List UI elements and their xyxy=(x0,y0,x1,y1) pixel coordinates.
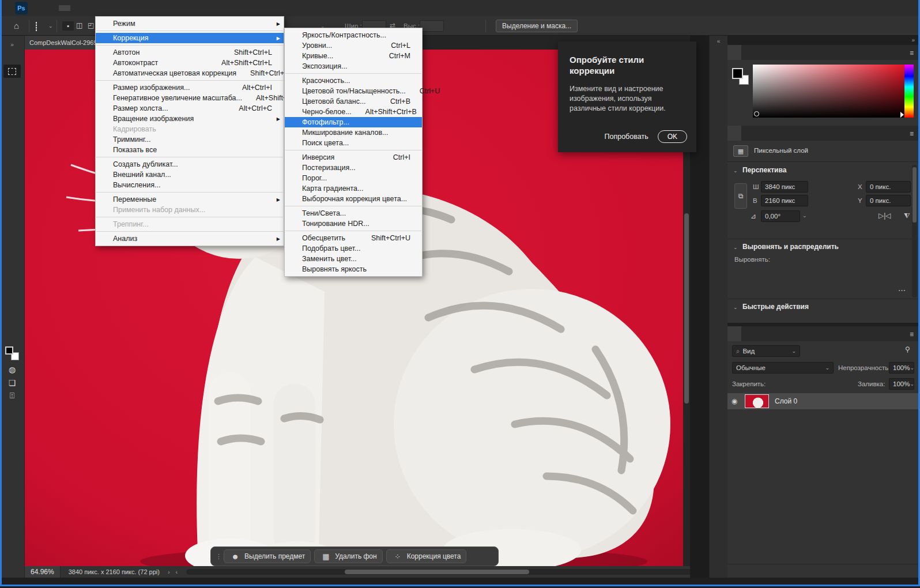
menu-item[interactable]: Уровни... Ctrl+L ▶ xyxy=(285,40,422,51)
v-scroll-thumb[interactable] xyxy=(684,213,689,404)
panel-scrollbar[interactable] xyxy=(912,165,917,297)
menu-item[interactable]: Постеризация... ▶ xyxy=(285,163,422,173)
panel-tab[interactable] xyxy=(741,126,755,141)
menubar-item[interactable] xyxy=(70,5,82,11)
menu-item[interactable]: Размер изображения... Alt+Ctrl+I ▶ xyxy=(96,82,284,93)
menu-item[interactable]: Заменить цвет... ▶ xyxy=(285,254,422,264)
type-tool[interactable] xyxy=(3,263,21,277)
spot-healing-tool[interactable] xyxy=(3,144,21,157)
menu-item[interactable]: Цветовой тон/Насыщенность... Ctrl+U ▶ xyxy=(285,86,422,96)
taskbar-drag-handle[interactable]: ⋮⋮ xyxy=(216,555,220,557)
chevron-down-icon[interactable]: ⌄ xyxy=(733,168,738,174)
screen-mode-icon[interactable]: ❏ xyxy=(3,376,21,389)
scroll-arrow-left-icon[interactable]: ‹ xyxy=(176,568,178,575)
menu-item[interactable]: Применить набор данных... ▶ xyxy=(96,205,284,215)
menubar-item[interactable] xyxy=(105,5,116,11)
menu-item[interactable]: Автоматическая цветовая коррекция Shift+… xyxy=(96,68,284,78)
panel-tab[interactable] xyxy=(727,45,741,60)
menu-item[interactable]: Микширование каналов... ▶ xyxy=(285,127,422,138)
brush-tool[interactable] xyxy=(3,157,21,171)
x-field[interactable]: 0 пикс. xyxy=(866,181,911,193)
menubar-item[interactable] xyxy=(139,5,151,11)
menu-item[interactable]: Карта градиента... ▶ xyxy=(285,183,422,194)
align-left-icon[interactable] xyxy=(734,267,747,279)
move-tool[interactable] xyxy=(3,51,21,65)
quick-mask-icon[interactable]: ◍ xyxy=(3,363,21,376)
menu-item[interactable]: Переменные ▶ xyxy=(96,194,284,205)
chevron-down-icon[interactable]: ⌄ xyxy=(733,244,738,250)
align-top-icon[interactable] xyxy=(786,267,799,279)
quick-actions-section-header[interactable]: Быстрые действия xyxy=(742,303,809,311)
dodge-tool[interactable] xyxy=(3,237,21,250)
menu-item[interactable]: Тонирование HDR... ▶ xyxy=(285,218,422,229)
menu-item[interactable]: Порог... ▶ xyxy=(285,173,422,183)
height-field[interactable]: 2160 пикс xyxy=(761,195,808,206)
transform-section-header[interactable]: Перспектива xyxy=(742,166,786,174)
menu-item[interactable]: Треппинг... ▶ xyxy=(96,219,284,229)
ok-button[interactable]: OK xyxy=(658,130,687,143)
eraser-tool[interactable] xyxy=(3,197,21,210)
expand-tools-icon[interactable]: » xyxy=(3,38,21,51)
menu-item[interactable]: Внешний канал... ▶ xyxy=(96,169,284,180)
menubar-item[interactable] xyxy=(59,5,70,11)
layer-name[interactable]: Слой 0 xyxy=(775,397,797,405)
color-field[interactable] xyxy=(753,65,910,118)
menu-item[interactable]: Кадрировать ▶ xyxy=(96,124,284,134)
menu-item[interactable]: Автотон Shift+Ctrl+L ▶ xyxy=(96,47,284,58)
crop-tool[interactable] xyxy=(3,104,21,118)
panel-tab[interactable] xyxy=(769,45,783,60)
color-field-marker[interactable] xyxy=(754,111,759,116)
opacity-field[interactable]: 100% ⌄ xyxy=(889,362,914,374)
flip-vertical-icon[interactable]: ⧨ xyxy=(904,212,910,220)
fill-field[interactable]: 100% ⌄ xyxy=(889,378,914,390)
blend-mode-select[interactable]: Обычные ⌄ xyxy=(732,362,834,374)
blur-tool[interactable] xyxy=(3,224,21,237)
menubar-item[interactable] xyxy=(116,5,128,11)
menu-item[interactable]: Тени/Света... ▶ xyxy=(285,208,422,218)
filter-toggle-icon[interactable]: ⚲ xyxy=(905,345,910,353)
align-section-header[interactable]: Выровнять и распределить xyxy=(742,243,839,251)
zoom-level[interactable]: 64.96% xyxy=(25,566,61,578)
hue-slider[interactable] xyxy=(904,65,914,118)
height-input[interactable] xyxy=(420,20,444,32)
maximize-button[interactable] xyxy=(867,0,893,16)
layer-visibility-icon[interactable]: ◉ xyxy=(727,397,741,405)
hand-tool[interactable] xyxy=(3,303,21,316)
panel-menu-icon[interactable]: ≡ xyxy=(910,330,914,338)
y-field[interactable]: 0 пикс. xyxy=(866,195,911,206)
close-button[interactable] xyxy=(893,0,920,16)
canvas-horizontal-scrollbar[interactable] xyxy=(186,569,705,575)
menu-item[interactable]: Показать все ▶ xyxy=(96,145,284,155)
menu-item[interactable]: Размер холста... Alt+Ctrl+C ▶ xyxy=(96,103,284,114)
menu-item[interactable]: Подобрать цвет... ▶ xyxy=(285,243,422,254)
menu-item[interactable]: Режим ▶ xyxy=(96,18,284,29)
menubar-item[interactable] xyxy=(128,5,139,11)
panel-tab[interactable] xyxy=(755,326,769,341)
select-subject-button[interactable]: ☻ Выделить предмет xyxy=(224,549,311,563)
menu-item[interactable]: Автоконтраст Alt+Shift+Ctrl+L ▶ xyxy=(96,58,284,68)
h-scroll-thumb[interactable] xyxy=(345,570,529,574)
panel-tab[interactable] xyxy=(741,45,755,60)
new-selection-icon[interactable]: ▪ xyxy=(62,21,74,31)
edit-toolbar-button[interactable] xyxy=(3,330,21,343)
remove-background-button[interactable]: ▦ Удалить фон xyxy=(314,549,382,563)
menu-item[interactable]: Создать дубликат... ▶ xyxy=(96,159,284,169)
menu-item[interactable]: Анализ ▶ xyxy=(96,233,284,244)
panel-tab[interactable] xyxy=(727,126,741,141)
add-to-selection-icon[interactable]: ◫ xyxy=(76,21,82,29)
adjust-color-button[interactable]: ⁘ Коррекция цвета xyxy=(386,549,467,563)
expand-dock-icon[interactable]: » xyxy=(911,37,915,43)
rectangular-marquee-tool[interactable] xyxy=(3,65,21,78)
chevron-down-icon[interactable]: ⌄ xyxy=(48,23,53,29)
menu-item[interactable]: Коррекция ▶ xyxy=(96,33,284,43)
frame-tool[interactable] xyxy=(3,118,21,131)
menu-item[interactable]: Поиск цвета... ▶ xyxy=(285,138,422,148)
menu-item[interactable]: Яркость/Контрастность... ▶ xyxy=(285,30,422,40)
panel-tab[interactable] xyxy=(727,326,741,341)
chevron-down-icon[interactable]: ⌄ xyxy=(802,213,807,218)
gradient-tool[interactable] xyxy=(3,210,21,224)
menu-item[interactable]: Генеративное увеличение масштаба... Alt+… xyxy=(96,93,284,103)
menu-item[interactable]: Черно-белое... Alt+Shift+Ctrl+B ▶ xyxy=(285,107,422,117)
menu-item[interactable]: Обесцветить Shift+Ctrl+U ▶ xyxy=(285,233,422,243)
chevron-down-icon[interactable]: ⌄ xyxy=(733,304,738,310)
